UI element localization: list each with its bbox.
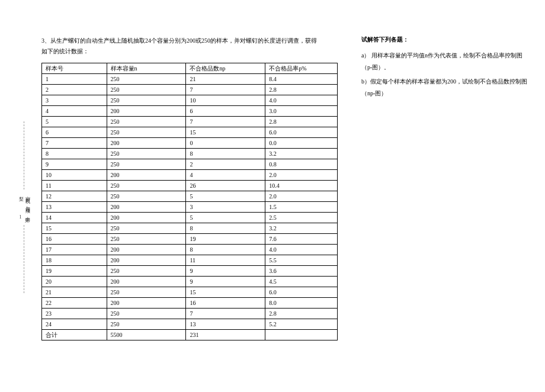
table-row: 1320031.5 xyxy=(42,202,338,213)
margin-text: 密封线 勿题须 由梨 xyxy=(17,192,30,214)
cell-np: 9 xyxy=(186,277,265,287)
cell-no: 16 xyxy=(42,234,107,245)
cell-np: 7 xyxy=(186,309,265,319)
cell-n: 250 xyxy=(107,191,186,202)
cell-np: 5 xyxy=(186,213,265,223)
cell-no: 7 xyxy=(42,138,107,149)
table-header-row: 样本号 样本容量n 不合格品数np 不合格品率p% xyxy=(42,63,338,74)
table-row: 18200115.5 xyxy=(42,255,338,266)
intro-line-2: 如下的统计数据： xyxy=(41,48,89,54)
cell-no: 18 xyxy=(42,255,107,266)
data-table: 样本号 样本容量n 不合格品数np 不合格品率p% 1250218.422507… xyxy=(41,63,338,340)
table-row: 925020.8 xyxy=(42,159,338,170)
table-row: 1720084.0 xyxy=(42,245,338,255)
cell-np: 7 xyxy=(186,85,265,95)
cell-np: 0 xyxy=(186,138,265,149)
problem-intro: 3、从生产螺钉的自动生产线上随机抽取24个容量分别为200或250的样本，并对螺… xyxy=(41,36,338,57)
cell-no: 21 xyxy=(42,287,107,298)
cell-n: 250 xyxy=(107,95,186,106)
table-row: 825083.2 xyxy=(42,149,338,159)
cell-p: 2.5 xyxy=(265,213,338,223)
cell-p: 2.8 xyxy=(265,309,338,319)
table-row: 1225052.0 xyxy=(42,191,338,202)
cell-np: 15 xyxy=(186,287,265,298)
total-cell-no: 合计 xyxy=(42,330,107,340)
cell-p: 3.2 xyxy=(265,149,338,159)
cell-p: 10.4 xyxy=(265,181,338,191)
cell-no: 22 xyxy=(42,298,107,309)
cell-np: 9 xyxy=(186,266,265,277)
cell-no: 24 xyxy=(42,319,107,330)
table-row: 1420052.5 xyxy=(42,213,338,223)
cell-p: 3.6 xyxy=(265,266,338,277)
table-body: 1250218.4225072.83250104.0420063.0525072… xyxy=(42,74,338,340)
cell-no: 19 xyxy=(42,266,107,277)
cell-no: 8 xyxy=(42,149,107,159)
cell-no: 15 xyxy=(42,223,107,234)
cell-np: 7 xyxy=(186,117,265,127)
cell-no: 13 xyxy=(42,202,107,213)
cell-n: 250 xyxy=(107,117,186,127)
cell-np: 21 xyxy=(186,74,265,85)
cell-np: 10 xyxy=(186,95,265,106)
cell-p: 8.0 xyxy=(265,298,338,309)
cell-n: 200 xyxy=(107,202,186,213)
cell-n: 200 xyxy=(107,255,186,266)
table-row: 720000.0 xyxy=(42,138,338,149)
cell-n: 200 xyxy=(107,213,186,223)
cell-n: 250 xyxy=(107,127,186,138)
cell-no: 14 xyxy=(42,213,107,223)
cell-p: 2.0 xyxy=(265,170,338,181)
cell-no: 23 xyxy=(42,309,107,319)
table-row: 1925093.6 xyxy=(42,266,338,277)
cell-np: 6 xyxy=(186,106,265,117)
question-b: b）假定每个样本的样本容量都为200，试绘制不合格品数控制图（np-图） xyxy=(361,76,527,99)
cell-no: 3 xyxy=(42,95,107,106)
cell-no: 17 xyxy=(42,245,107,255)
cell-np: 8 xyxy=(186,149,265,159)
table-row: 225072.8 xyxy=(42,85,338,95)
questions-title: 试解答下列各题： xyxy=(361,36,527,44)
table-row: 420063.0 xyxy=(42,106,338,117)
cell-p: 5.2 xyxy=(265,319,338,330)
cell-n: 250 xyxy=(107,223,186,234)
total-cell-n: 5500 xyxy=(107,330,186,340)
total-cell-np: 231 xyxy=(186,330,265,340)
intro-line-1: 3、从生产螺钉的自动生产线上随机抽取24个容量分别为200或250的样本，并对螺… xyxy=(41,37,317,44)
cell-np: 13 xyxy=(186,319,265,330)
cell-np: 2 xyxy=(186,159,265,170)
cell-p: 6.0 xyxy=(265,287,338,298)
table-row: 525072.8 xyxy=(42,117,338,127)
cell-p: 8.4 xyxy=(265,74,338,85)
right-column: 试解答下列各题： a） 用样本容量的平均值n作为代表值，绘制不合格品率控制图（p… xyxy=(361,36,527,340)
cell-np: 4 xyxy=(186,170,265,181)
cell-n: 200 xyxy=(107,106,186,117)
cell-np: 11 xyxy=(186,255,265,266)
cell-n: 250 xyxy=(107,319,186,330)
cell-p: 2.8 xyxy=(265,85,338,95)
cell-p: 2.0 xyxy=(265,191,338,202)
table-row: 6250156.0 xyxy=(42,127,338,138)
cell-no: 2 xyxy=(42,85,107,95)
cell-np: 5 xyxy=(186,191,265,202)
cell-n: 250 xyxy=(107,266,186,277)
cell-np: 8 xyxy=(186,223,265,234)
cell-no: 10 xyxy=(42,170,107,181)
cell-no: 4 xyxy=(42,106,107,117)
table-row: 24250135.2 xyxy=(42,319,338,330)
table-row: 16250197.6 xyxy=(42,234,338,245)
table-row-total: 合计5500231 xyxy=(42,330,338,340)
cell-p: 1.5 xyxy=(265,202,338,213)
cell-np: 15 xyxy=(186,127,265,138)
cell-n: 200 xyxy=(107,277,186,287)
cell-np: 16 xyxy=(186,298,265,309)
cell-no: 12 xyxy=(42,191,107,202)
binding-margin: 密封线 勿题须 由梨 第1 xyxy=(18,118,30,296)
cell-np: 26 xyxy=(186,181,265,191)
cell-no: 1 xyxy=(42,74,107,85)
header-sample-no: 样本号 xyxy=(42,63,107,74)
cell-p: 6.0 xyxy=(265,127,338,138)
cell-p: 4.0 xyxy=(265,95,338,106)
cell-p: 7.6 xyxy=(265,234,338,245)
header-sample-size: 样本容量n xyxy=(107,63,186,74)
